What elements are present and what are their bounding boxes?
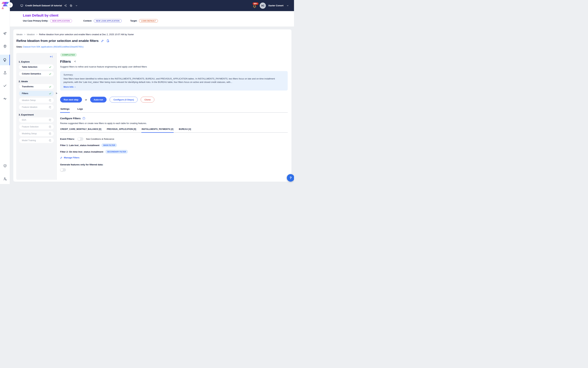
filter-row-1: Filter 1: Late Inst_status Installment M…: [60, 143, 288, 147]
uses-label: Uses:: [16, 46, 22, 48]
step-item-model-training[interactable]: Model Training: [19, 138, 54, 143]
sidebar-item-validate[interactable]: [0, 81, 10, 90]
configure-filters-description: Review suggested filters or create new f…: [60, 122, 288, 125]
notifications-button[interactable]: 999+: [252, 3, 257, 9]
shield-check-icon: [3, 164, 7, 168]
step-item-eda[interactable]: EDA: [19, 117, 54, 122]
clipboard-history-icon[interactable]: [106, 39, 109, 42]
primary-entity-label: Use Case Primary Entity:: [23, 20, 48, 22]
user-search-icon: [3, 177, 7, 181]
breadcrumb-ideation[interactable]: Ideation: [27, 33, 35, 36]
sidebar-item-monitor[interactable]: [0, 94, 10, 103]
sidebar-item-semantics[interactable]: [0, 42, 10, 51]
generate-features-label: Generate features only for filtered data…: [60, 163, 288, 166]
main-filter-badge: MAIN FILTER: [101, 143, 117, 147]
project-switcher[interactable]: Credit Default Dataset UI tutorial: [20, 4, 78, 8]
step-item-label: Ideation Setup: [22, 99, 36, 101]
step-item-feature-selection[interactable]: Feature Selection: [19, 124, 54, 129]
collapse-panel-button[interactable]: [50, 55, 53, 58]
filter-1-label: Filter 1: Late Inst_status Installment: [60, 144, 99, 147]
tab-credit-card-monthly-balance[interactable]: CREDIT_CARD_MONTHLY_BALANCE [0]: [60, 128, 101, 133]
toggle-knob: [60, 168, 63, 171]
head-gear-icon: [3, 45, 7, 48]
use-case-title: Loan Default by client: [23, 13, 294, 18]
sidebar-item-governance[interactable]: [0, 161, 10, 171]
see-conditions-toggle[interactable]: [78, 137, 83, 141]
settings-logs-tabs: Settings Logs: [60, 108, 288, 113]
status-badge: COMPLETED: [60, 53, 77, 57]
auto-run-button[interactable]: Auto-run: [90, 97, 107, 102]
use-case-header: Loan Default by client Use Case Primary …: [10, 11, 294, 27]
step-item-filters[interactable]: Filters >: [19, 91, 54, 96]
more-info-label: More Info: [63, 86, 74, 88]
step-item-modeling-setup[interactable]: Modeling Setup: [19, 131, 54, 136]
tab-bureau[interactable]: BUREAU [4]: [179, 128, 191, 133]
chevron-left-icon[interactable]: <: [74, 60, 76, 63]
sidebar-item-explore[interactable]: [0, 29, 10, 38]
step-item-transforms[interactable]: Transforms: [19, 84, 54, 89]
check-done-icon: [49, 73, 51, 75]
check-done-icon: [49, 85, 51, 88]
breadcrumb-current: Refine Ideation from prior selection and…: [39, 33, 134, 36]
step-nav-panel: 1. Explore Table Selection Column Semant…: [16, 53, 57, 180]
context-pill: NEW LOAN APPLICATION: [94, 19, 122, 23]
sidebar-item-ideate[interactable]: [0, 55, 10, 65]
configure-button[interactable]: Configure (4 Steps): [110, 97, 138, 102]
main-card: Ideate > Ideation > Refine Ideation from…: [13, 29, 291, 182]
summary-box: Summary: New filters have been identifie…: [60, 71, 288, 91]
step-group-ideate: 2. Ideate: [19, 80, 56, 83]
tab-settings[interactable]: Settings: [60, 108, 70, 113]
collapse-left-icon: [50, 55, 53, 58]
sidebar-item-experiment[interactable]: [0, 68, 10, 77]
sidebar-expand-button[interactable]: ›: [7, 2, 13, 8]
tab-previous-application[interactable]: PREVIOUS_APPLICATION [9]: [107, 128, 136, 133]
help-button[interactable]: ?: [287, 174, 294, 182]
clock-pending-icon: [49, 106, 51, 109]
more-info-link[interactable]: More Info ›: [63, 86, 284, 88]
help-circle-icon[interactable]: ?: [82, 117, 85, 120]
primary-entity-pill: NEW APPLICATION: [50, 19, 72, 23]
sidebar-item-user-admin[interactable]: [0, 174, 10, 184]
active-step-chevron-icon[interactable]: >: [56, 92, 57, 95]
breadcrumb: Ideate > Ideation > Refine Ideation from…: [16, 33, 134, 36]
share-icon[interactable]: [64, 4, 67, 8]
step-item-label: Table Selection: [22, 66, 37, 68]
clock-pending-icon: [49, 119, 51, 121]
flask-icon: [3, 71, 7, 74]
step-title: Filters: [60, 59, 71, 64]
chevron-right-icon: ›: [9, 3, 11, 7]
user-menu[interactable]: Xavier Conort: [268, 4, 283, 7]
step-group-explore: 1. Explore: [19, 60, 56, 63]
tab-installments-payments[interactable]: INSTALLMENTS_PAYMENTS [2]: [141, 128, 173, 133]
breadcrumb-ideate[interactable]: Ideate: [16, 33, 23, 36]
tab-logs[interactable]: Logs: [77, 108, 83, 113]
clock-pending-icon: [49, 125, 51, 128]
clone-button[interactable]: Clone: [141, 97, 154, 102]
generate-features-toggle[interactable]: [60, 168, 66, 172]
target-label: Target:: [130, 20, 137, 22]
run-next-step-button[interactable]: Run next step: [60, 97, 82, 102]
manage-filters-link[interactable]: Manage Filters: [60, 156, 288, 159]
step-item-feature-ideation[interactable]: Feature Ideation: [19, 105, 54, 110]
bell-icon: [252, 4, 257, 9]
step-group-experiment: 3. Experiment: [19, 113, 56, 116]
event-filters-label: Event Filters:: [60, 138, 75, 140]
step-item-label: Filters: [22, 92, 28, 95]
step-item-label: Transforms: [22, 85, 34, 88]
settings-gear-icon[interactable]: [69, 4, 73, 8]
chevron-down-icon[interactable]: [75, 4, 78, 8]
pencil-icon: [60, 156, 62, 159]
step-item-label: Modeling Setup: [22, 132, 37, 135]
dataset-link[interactable]: Dataset from 50K applications (692d551cb…: [23, 46, 83, 48]
user-chevron-down-icon[interactable]: [286, 4, 290, 8]
project-title: Credit Default Dataset UI tutorial: [25, 4, 62, 7]
filter-2-label: Filter 2: On time Inst_status Installmen…: [60, 150, 103, 153]
filter-row-2: Filter 2: On time Inst_status Installmen…: [60, 150, 288, 154]
breadcrumb-separator: >: [36, 33, 37, 36]
step-item-table-selection[interactable]: Table Selection: [19, 64, 54, 70]
step-item-column-semantics[interactable]: Column Semantics: [19, 71, 54, 76]
avatar[interactable]: XC: [260, 3, 266, 9]
top-bar: Credit Default Dataset UI tutorial 999+ …: [10, 0, 294, 11]
edit-pencil-icon[interactable]: [101, 39, 104, 42]
step-item-ideation-setup[interactable]: Ideation Setup: [19, 98, 54, 103]
